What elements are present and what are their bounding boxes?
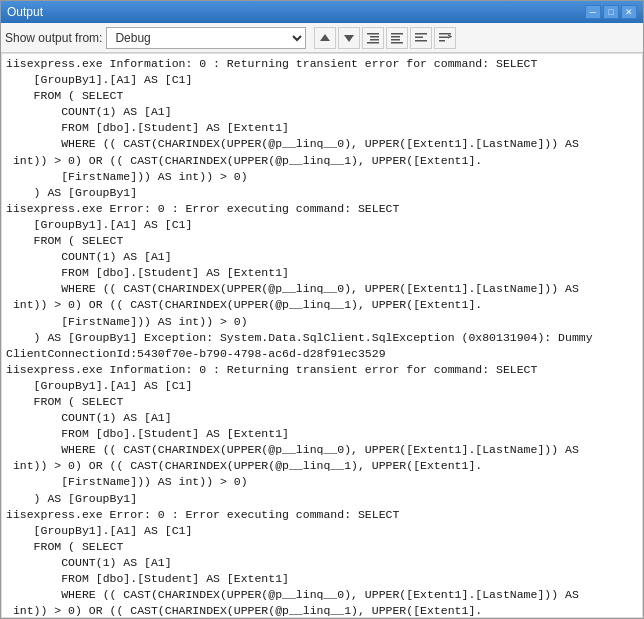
svg-rect-14: [439, 36, 449, 38]
svg-rect-4: [370, 39, 379, 41]
indent-icon: [366, 32, 380, 44]
scroll-up-button[interactable]: [314, 27, 336, 49]
find-icon: [414, 31, 428, 45]
toolbar: Show output from: Debug Build Other: [1, 23, 643, 53]
close-button[interactable]: ✕: [621, 5, 637, 19]
outdent-button[interactable]: [386, 27, 408, 49]
outdent-icon: [390, 32, 404, 44]
svg-rect-5: [367, 42, 379, 44]
svg-rect-13: [439, 33, 451, 35]
show-output-label: Show output from:: [5, 31, 102, 45]
svg-rect-12: [415, 40, 427, 42]
toolbar-buttons: [314, 27, 456, 49]
svg-rect-2: [367, 33, 379, 35]
window-title: Output: [7, 5, 43, 19]
scroll-up-icon: [319, 32, 331, 44]
output-source-select[interactable]: Debug Build Other: [106, 27, 306, 49]
svg-rect-11: [415, 36, 423, 38]
scroll-down-button[interactable]: [338, 27, 360, 49]
svg-rect-7: [391, 36, 400, 38]
svg-rect-9: [391, 42, 403, 44]
minimize-button[interactable]: ─: [585, 5, 601, 19]
indent-button[interactable]: [362, 27, 384, 49]
svg-rect-3: [370, 36, 379, 38]
title-bar: Output ─ □ ✕: [1, 1, 643, 23]
scroll-down-icon: [343, 32, 355, 44]
svg-rect-8: [391, 39, 400, 41]
output-window: Output ─ □ ✕ Show output from: Debug Bui…: [0, 0, 644, 619]
maximize-button[interactable]: □: [603, 5, 619, 19]
output-content[interactable]: iisexpress.exe Information: 0 : Returnin…: [1, 53, 643, 618]
svg-marker-1: [344, 35, 354, 42]
title-bar-controls: ─ □ ✕: [585, 5, 637, 19]
svg-rect-6: [391, 33, 403, 35]
svg-rect-10: [415, 33, 427, 35]
wrap-icon: [438, 31, 452, 45]
svg-rect-15: [439, 40, 445, 42]
find-button[interactable]: [410, 27, 432, 49]
wrap-button[interactable]: [434, 27, 456, 49]
svg-marker-0: [320, 34, 330, 41]
